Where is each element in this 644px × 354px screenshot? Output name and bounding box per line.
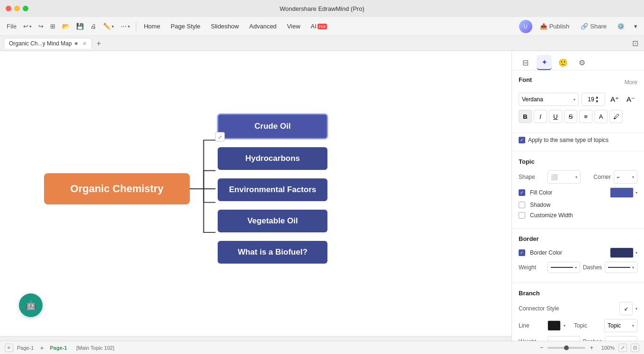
zoom-plus-btn[interactable]: + [588,344,595,351]
shape-label: Shape [519,174,545,180]
panel-tab-style[interactable]: ✦ [537,55,552,70]
branch-node-crude-oil[interactable]: Crude Oil [218,114,327,139]
shape-row: Shape ⬜ ▾ Corner ⌐ ▾ [519,170,637,184]
add-tab-button[interactable]: + [94,38,104,49]
more-tools-btn[interactable]: ⋯▾ [118,21,133,32]
tab-close-icon[interactable]: ✕ [82,41,87,47]
branch-node-env-factors[interactable]: Environmental Factors [218,178,327,201]
resize-handle[interactable]: ⤢ [215,132,225,142]
edit-btn[interactable]: ✏️▾ [100,21,117,32]
bold-button[interactable]: B [519,110,532,123]
topic-section-title: Topic [519,158,535,165]
central-node[interactable]: Organic Chemistry [44,173,190,204]
layout-icon: ⊟ [522,58,529,67]
page-style-menu[interactable]: Page Style [166,21,205,32]
ai-menu[interactable]: AI Hot [306,21,332,32]
view-menu[interactable]: View [282,21,305,32]
zoom-slider-thumb[interactable] [564,345,569,350]
border-dashes-select[interactable]: ▾ [605,262,637,273]
zoom-minus-btn[interactable]: − [538,344,545,351]
format-buttons: B I U S ≡ A [519,110,623,123]
underline-button[interactable]: U [549,110,562,123]
branch-node-veg-oil[interactable]: Vegetable Oil [218,210,327,232]
italic-button[interactable]: I [534,110,547,123]
font-more-link[interactable]: More [625,79,637,86]
separator-1 [136,22,136,31]
new-btn[interactable]: ⊞ [47,21,58,32]
font-increase-btn[interactable]: A⁺ [608,93,621,106]
connector-style-select[interactable]: ↙ [619,302,633,315]
apply-label: Apply to the same type of topics [528,137,609,143]
canvas[interactable]: Organic Chemistry Crude Oil Hydrocarbons… [0,51,512,341]
corner-label: Corner [593,174,611,180]
user-avatar[interactable]: U [519,20,532,33]
branch-weight-select[interactable]: ▾ [547,336,580,341]
panel-tab-layout[interactable]: ⊟ [518,55,533,70]
apply-checkbox[interactable]: ✓ [519,137,525,143]
tab-modified-dot [75,42,78,45]
publish-button[interactable]: 📤 Publish [536,21,573,32]
ai-bot-button[interactable]: 🤖 [19,293,43,317]
print-btn[interactable]: 🖨 [88,21,99,32]
branch-node-biofuel[interactable]: What is a Biofuel? [218,241,327,264]
shadow-checkbox[interactable] [519,202,525,208]
settings-icon: ⚙ [579,58,585,67]
border-color-checkbox[interactable]: ✓ [519,249,525,256]
font-decrease-btn[interactable]: A⁻ [624,93,637,106]
redo-btn[interactable]: ↪ [35,21,46,32]
fullscreen-btn[interactable]: ⊡ [631,344,639,352]
minimize-button[interactable] [14,6,20,11]
right-menu: U 📤 Publish 🔗 Share ⚙️ ▾ [519,20,640,33]
panel-tab-settings[interactable]: ⚙ [574,55,590,70]
open-btn[interactable]: 📂 [59,21,72,32]
expand-btn[interactable]: ▾ [631,21,640,32]
slideshow-menu[interactable]: Slideshow [206,21,244,32]
align-button[interactable]: ≡ [579,110,592,123]
advanced-menu[interactable]: Advanced [245,21,282,32]
save-btn[interactable]: 💾 [73,21,87,32]
undo-btn[interactable]: ↩▾ [20,21,35,32]
layout-toggle[interactable]: ⊡ [630,38,640,49]
border-color-picker[interactable] [610,248,634,258]
zoom-control: − + 100% [538,344,615,351]
active-page-label[interactable]: Page-1 [50,345,67,351]
menu-bar: File ↩▾ ↪ ⊞ 📂 💾 🖨 ✏️▾ ⋯▾ Home Page Style… [0,17,644,36]
main-area: Organic Chemistry Crude Oil Hydrocarbons… [0,51,644,341]
maximize-button[interactable] [23,6,28,11]
home-menu[interactable]: Home [139,21,165,32]
branch-section: Branch Connector Style ↙ ▾ Line ▾ Topic … [512,283,644,341]
page-list-btn[interactable]: ≡ [5,344,13,352]
file-menu[interactable]: File [4,21,19,32]
add-page-btn[interactable]: + [37,344,46,352]
border-weight-select[interactable]: ▾ [547,262,580,273]
branch-dashes-select[interactable]: ▾ [605,336,637,341]
font-color-button[interactable]: A [594,110,608,123]
branch-line-color[interactable] [547,320,561,331]
branch-topic-select[interactable]: Topic ▾ [604,319,637,332]
branch-node-hydrocarbons[interactable]: Hydrocarbons [218,147,327,170]
zoom-level: 100% [598,345,615,351]
style-icon: ✦ [541,58,547,67]
corner-select[interactable]: ⌐ ▾ [614,170,637,184]
fill-color-label: Fill Color [530,189,552,196]
shape-select[interactable]: ⬜ ▾ [547,170,581,184]
zoom-slider[interactable] [547,347,585,349]
customize-width-checkbox[interactable] [519,212,525,219]
fit-screen-btn[interactable]: ⤢ [618,344,627,352]
font-extra-btn[interactable]: 🖊 [609,110,623,123]
mindmap-container: Organic Chemistry Crude Oil Hydrocarbons… [0,51,512,327]
canvas-scrollbar[interactable] [0,336,512,341]
apply-section: ✓ Apply to the same type of topics [512,133,644,151]
panel-tab-emoji[interactable]: 🙂 [556,55,571,70]
fill-color-picker[interactable] [610,187,634,198]
fill-color-checkbox[interactable]: ✓ [519,189,525,196]
strikethrough-button[interactable]: S [564,110,577,123]
font-family-select[interactable]: Verdana ▾ [519,93,579,106]
tab-mind-map[interactable]: Organic Ch...y Mind Map ✕ [4,38,92,49]
share-button[interactable]: 🔗 Share [577,21,610,32]
font-format-row: B I U S ≡ A [519,110,637,123]
connector-style-row: Connector Style ↙ ▾ [519,302,637,315]
settings-btn[interactable]: ⚙️ [614,21,627,32]
close-button[interactable] [6,6,11,11]
font-size-input[interactable]: 19 ▲ ▼ [582,93,605,106]
